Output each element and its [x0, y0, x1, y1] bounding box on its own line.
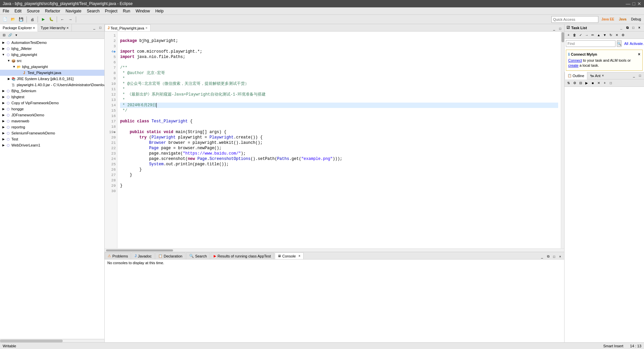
tree-item-selenium-fw[interactable]: ▶ ⬡ SeleniumFrameworkDemo	[0, 130, 104, 136]
tab-problems[interactable]: ⚠ Problems	[105, 252, 131, 259]
menu-search[interactable]: Search	[84, 7, 102, 14]
bottom-stack[interactable]: ⧉	[545, 254, 551, 259]
outline-maximize2[interactable]: □	[608, 80, 613, 85]
bottom-minimize[interactable]: _	[539, 254, 545, 259]
tree-item-test[interactable]: ▶ ⬡ Test	[0, 136, 104, 142]
task-maximize-toggle[interactable]: ⧉	[625, 25, 630, 31]
tree-item-src[interactable]: ▼ 📦 src	[0, 58, 104, 64]
tree-item-bjhg_JMeter[interactable]: ▶ ⬡ bjhg_JMeter	[0, 46, 104, 52]
menu-run[interactable]: Run	[120, 7, 133, 14]
outline-stop[interactable]: ■	[590, 80, 595, 85]
tree-item-reportng[interactable]: ▶ ⬡ reportng	[0, 124, 104, 130]
pe-menu[interactable]: ▾	[13, 33, 19, 38]
task-go-to[interactable]: →	[584, 33, 589, 38]
task-filter[interactable]: ⚙	[620, 33, 626, 38]
tab-search[interactable]: 🔍 Search	[186, 252, 210, 259]
tab-ant[interactable]: 🐜 Ant ×	[587, 72, 606, 79]
editor-h-scrollbar[interactable]	[105, 248, 564, 252]
pe-maximize[interactable]: □	[98, 25, 103, 31]
tree-item-copy-vip[interactable]: ▶ ⬡ Copy of VipFrameworkDemo	[0, 100, 104, 106]
tree-item-bjhg_playwright[interactable]: ▼ ⬡ bjhg_playwright	[0, 52, 104, 58]
all-filter[interactable]: All	[624, 42, 628, 46]
tree-item-playwright-jar[interactable]: ▶ 🗜 playwright-1.40.0.jar - C:\Users\Adm…	[0, 82, 104, 88]
save-btn[interactable]: 💾	[17, 16, 25, 23]
connect-link[interactable]: Connect	[568, 58, 582, 62]
open-btn[interactable]: 📂	[9, 16, 17, 23]
task-priority-up[interactable]: ▲	[596, 33, 601, 38]
console-tab-close[interactable]: ×	[299, 254, 301, 258]
task-find-input[interactable]	[566, 40, 615, 47]
tab-package-explorer[interactable]: Package Explorer ×	[0, 24, 38, 32]
code-content[interactable]: package bjhg_playwright; import com.micr…	[117, 32, 561, 248]
tree-item-AutomationTestDemo[interactable]: ▶ ⬡ AutomationTestDemo	[0, 40, 104, 46]
find-search-icon[interactable]: 🔍	[617, 40, 622, 47]
outline-run[interactable]: ▶	[584, 80, 589, 85]
task-maximize[interactable]: □	[631, 25, 636, 31]
outline-delete[interactable]: ✕	[596, 80, 601, 85]
forward-btn[interactable]: →	[67, 16, 74, 23]
tree-item-jdframework[interactable]: ▶ ⬡ JDFrameworkDemo	[0, 112, 104, 118]
menu-help[interactable]: Help	[153, 7, 166, 14]
tree-item-bjhgtest[interactable]: ▶ ⬡ bjhgtest	[0, 94, 104, 100]
editor-scrollbar[interactable]	[561, 32, 564, 248]
tree-item-bjhg-selenium[interactable]: ▶ ⬡ Bjhg_Selenium	[0, 88, 104, 94]
print-btn[interactable]: 🖨	[29, 16, 36, 23]
task-new[interactable]: +	[566, 33, 571, 38]
java-ee-btn[interactable]: Java EE	[600, 16, 616, 23]
task-edit[interactable]: ✏	[590, 33, 595, 38]
back-btn[interactable]: ←	[59, 16, 66, 23]
debug-btn[interactable]: 🐛	[48, 16, 55, 23]
outline-sort[interactable]: ⇅	[566, 80, 571, 85]
task-close-x[interactable]: ✕	[614, 33, 620, 38]
task-priority-down[interactable]: ▼	[602, 33, 607, 38]
menu-window[interactable]: Window	[133, 7, 153, 14]
task-minimize[interactable]: _	[619, 25, 624, 31]
run-btn[interactable]: ▶	[40, 16, 47, 23]
connect-mylyn-close[interactable]: ×	[638, 52, 640, 57]
create-link[interactable]: create	[568, 63, 579, 67]
task-mark-complete[interactable]: ✓	[578, 33, 583, 38]
task-refresh[interactable]: ↻	[608, 33, 613, 38]
outline-minimize[interactable]: _	[631, 73, 637, 78]
editor-maximize[interactable]: □	[557, 26, 563, 31]
task-delete[interactable]: 🗑	[572, 33, 577, 38]
tab-apptest[interactable]: ▶ Results of running class AppTest	[211, 252, 274, 259]
tab-type-hierarchy[interactable]: Type Hierarchy ×	[38, 24, 71, 32]
outline-maximize[interactable]: □	[637, 73, 643, 78]
editor-tab-close[interactable]: ×	[146, 26, 148, 30]
bottom-maximize[interactable]: □	[551, 254, 557, 259]
ant-tab-close[interactable]: ×	[602, 74, 604, 77]
tab-outline[interactable]: 📋 Outline	[565, 72, 587, 79]
close-btn[interactable]: ✕	[637, 1, 641, 6]
tab-test-playwright[interactable]: J Test_Playwright.java ×	[105, 24, 151, 31]
quick-access-box[interactable]: Quick Access	[551, 16, 598, 23]
tree-item-webdriver[interactable]: ▶ ⬡ WebDriverLearn1	[0, 142, 104, 148]
tree-item-hongge[interactable]: ▶ ⬡ hongge	[0, 106, 104, 112]
tree-item-test-playwright[interactable]: ▶ J Test_Playwright.java	[0, 70, 104, 76]
outline-filter[interactable]: ⚙	[572, 80, 577, 85]
menu-file[interactable]: File	[0, 7, 12, 14]
minimize-btn[interactable]: —	[626, 1, 631, 6]
menu-edit[interactable]: Edit	[12, 7, 24, 14]
tree-item-jre[interactable]: ▶ 📚 JRE System Library [jdk1.8.0_181]	[0, 76, 104, 82]
pe-minimize[interactable]: _	[92, 25, 97, 31]
activate-filter[interactable]: Activate...	[630, 42, 644, 46]
tab-declaration[interactable]: 📋 Declaration	[155, 252, 185, 259]
outline-collapse[interactable]: ⊟	[578, 80, 583, 85]
java-btn[interactable]: Java	[617, 16, 628, 23]
maximize-btn[interactable]: □	[633, 1, 635, 6]
task-close[interactable]: ×	[637, 25, 642, 31]
new-btn[interactable]: 📄	[1, 16, 9, 23]
menu-project[interactable]: Project	[102, 7, 120, 14]
menu-refactor[interactable]: Refactor	[42, 7, 63, 14]
outline-add[interactable]: +	[602, 80, 607, 85]
tree-item-mavenweb[interactable]: ▶ ⬡ mavenweb	[0, 118, 104, 124]
editor-minimize[interactable]: _	[551, 26, 557, 31]
tab-console[interactable]: 🖥 Console ×	[275, 252, 304, 259]
bottom-close[interactable]: ×	[557, 254, 563, 259]
debug-perspective-btn[interactable]: Debug	[630, 16, 643, 23]
pe-link-editor[interactable]: 🔗	[7, 33, 13, 38]
tree-item-pkg[interactable]: ▼ 📂 bjhg_playwright	[0, 64, 104, 70]
tab-javadoc[interactable]: J Javadoc	[131, 252, 155, 259]
menu-source[interactable]: Source	[24, 7, 42, 14]
